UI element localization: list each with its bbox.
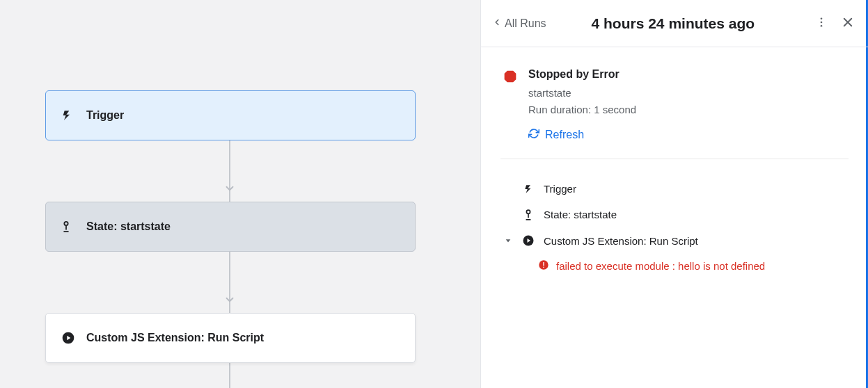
error-message: failed to execute module : hello is not …: [556, 260, 765, 272]
status-title: Stopped by Error: [528, 68, 636, 81]
node-label: Custom JS Extension: Run Script: [86, 332, 264, 344]
status-duration: Run duration: 1 second: [528, 102, 636, 118]
close-icon: [842, 16, 854, 31]
step-trigger[interactable]: Trigger: [503, 176, 849, 202]
close-panel-button[interactable]: [837, 13, 858, 34]
bolt-icon: [61, 110, 79, 121]
state-icon: [521, 209, 535, 220]
node-label: Trigger: [86, 109, 124, 122]
refresh-label: Refresh: [545, 129, 584, 141]
refresh-icon: [528, 128, 539, 142]
step-state[interactable]: State: startstate: [503, 202, 849, 227]
svg-point-0: [64, 222, 68, 225]
run-timestamp-title: 4 hours 24 minutes ago: [519, 15, 828, 32]
step-error-row: failed to execute module : hello is not …: [503, 254, 849, 278]
workflow-node-action[interactable]: Custom JS Extension: Run Script: [45, 313, 416, 363]
state-icon: [61, 221, 79, 232]
play-circle-icon: [61, 331, 79, 345]
svg-point-11: [526, 210, 530, 213]
svg-marker-10: [505, 71, 516, 83]
bolt-icon: [521, 184, 535, 194]
step-label: State: startstate: [544, 209, 617, 220]
run-status-block: Stopped by Error startstate Run duration…: [500, 47, 849, 159]
overflow-menu-button[interactable]: [811, 13, 832, 34]
chevron-left-icon: [492, 17, 502, 30]
step-label: Trigger: [544, 183, 576, 195]
node-label: State: startstate: [86, 220, 171, 233]
svg-rect-18: [543, 262, 544, 266]
workflow-node-trigger[interactable]: Trigger: [45, 90, 416, 140]
panel-header: All Runs 4 hours 24 minutes ago: [481, 0, 868, 47]
play-circle-icon: [521, 234, 535, 247]
workflow-node-state[interactable]: State: startstate: [45, 202, 416, 252]
more-vertical-icon: [815, 16, 828, 31]
svg-point-7: [821, 24, 823, 26]
svg-marker-14: [506, 239, 511, 242]
step-action[interactable]: Custom JS Extension: Run Script: [503, 227, 849, 254]
svg-point-6: [821, 21, 823, 23]
step-label: Custom JS Extension: Run Script: [544, 235, 698, 247]
run-details-panel: All Runs 4 hours 24 minutes ago: [480, 0, 868, 388]
refresh-button[interactable]: Refresh: [528, 128, 584, 142]
svg-point-5: [821, 17, 823, 19]
caret-down-icon[interactable]: [503, 237, 513, 244]
error-circle-icon: [538, 259, 549, 273]
arrow-down-icon: [223, 182, 236, 197]
workflow-canvas: Trigger State: startstate Custom JS Exte…: [0, 0, 480, 388]
error-status-icon: [503, 70, 517, 142]
flow-connector: [229, 363, 230, 388]
arrow-down-icon: [223, 293, 236, 309]
status-state-name: startstate: [528, 85, 636, 102]
svg-rect-19: [543, 267, 544, 268]
run-steps-list: Trigger State: startstate: [500, 159, 849, 278]
